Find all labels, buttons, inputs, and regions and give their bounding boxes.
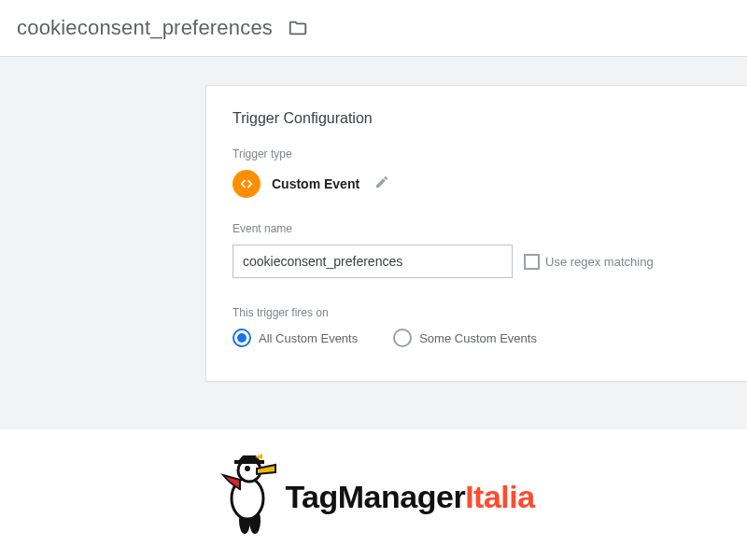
trigger-type-row: Custom Event [233, 170, 721, 198]
radio-some-label: Some Custom Events [419, 331, 537, 345]
svg-rect-6 [234, 460, 264, 464]
svg-point-5 [245, 466, 250, 471]
trigger-type-name: Custom Event [272, 176, 359, 191]
radio-all-custom-events[interactable]: All Custom Events [233, 329, 358, 347]
fires-on-radio-group: All Custom Events Some Custom Events [233, 329, 721, 347]
panel-heading: Trigger Configuration [233, 110, 721, 127]
workspace-area: Trigger Configuration Trigger type Custo… [0, 56, 747, 429]
folder-icon[interactable] [288, 18, 308, 38]
logo-part1: TagManager [285, 479, 465, 514]
event-name-row: Use regex matching [233, 245, 721, 278]
logo-text: TagManagerItalia [285, 479, 534, 515]
custom-event-icon [233, 170, 261, 198]
regex-label: Use regex matching [545, 255, 654, 269]
event-name-input[interactable] [233, 245, 513, 278]
bird-mascot-icon [212, 452, 277, 541]
header-bar: cookieconsent_preferences [0, 0, 747, 56]
radio-some-custom-events[interactable]: Some Custom Events [393, 329, 537, 347]
logo-part2: Italia [465, 479, 534, 514]
edit-icon[interactable] [374, 175, 389, 193]
logo: TagManagerItalia [0, 452, 747, 541]
trigger-config-panel: Trigger Configuration Trigger type Custo… [205, 85, 747, 382]
radio-all-label: All Custom Events [259, 331, 358, 345]
radio-circle-selected-icon [233, 329, 251, 347]
regex-checkbox-wrap[interactable]: Use regex matching [524, 254, 654, 270]
page-title: cookieconsent_preferences [17, 16, 273, 40]
fires-on-label: This trigger fires on [233, 306, 721, 319]
regex-checkbox[interactable] [524, 254, 540, 270]
trigger-type-label: Trigger type [233, 147, 721, 161]
radio-circle-unselected-icon [393, 329, 412, 347]
event-name-label: Event name [233, 222, 721, 235]
